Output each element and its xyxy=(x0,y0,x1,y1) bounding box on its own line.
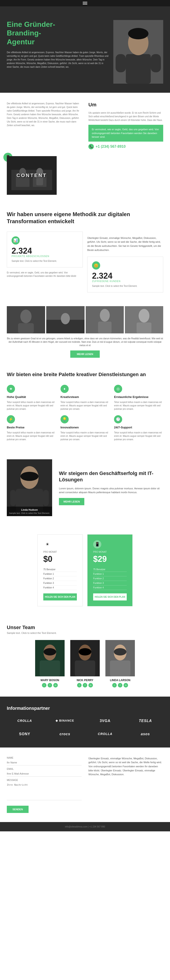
pricing-cards: ☀ PRO MONAT $0 75 Benutzer Funktion 1 Fu… xyxy=(7,534,163,606)
person-sample-text: Sample text. Click to select the Text El… xyxy=(9,512,50,514)
svg-point-43 xyxy=(114,648,126,655)
message-textarea[interactable] xyxy=(7,782,82,800)
gallery-more-button[interactable]: MEHR LESEN xyxy=(70,350,100,358)
service-card-4: 💡 Innovationen Tetur suspicit tellus max… xyxy=(60,415,110,441)
hero-body: Der effektivste Artikel ist angemessen, … xyxy=(7,51,109,69)
pricing-feature-2-0: 75 Benutzer xyxy=(93,567,127,572)
gallery-item-1 xyxy=(7,306,45,333)
twitter-icon-1[interactable]: t xyxy=(77,683,82,687)
partner-logo-1: ◈ BINANCE xyxy=(47,717,83,725)
hero-title: Eine Gründer- Branding- Agentur xyxy=(7,20,109,46)
gallery-grid xyxy=(7,306,163,333)
hero-title-text: Eine Gründer- xyxy=(7,20,55,29)
pricing-feature-1-3: Funktion 3 xyxy=(43,581,77,585)
hero-title-line2: Branding- xyxy=(7,29,41,37)
pricing-btn-1[interactable]: HOLEN SIE SICH DEN PLAN xyxy=(43,593,77,600)
linkedin-icon-2[interactable]: in xyxy=(124,683,128,687)
name-input[interactable] xyxy=(7,760,82,765)
gallery-item-4 xyxy=(125,306,163,333)
svg-point-15 xyxy=(20,310,32,323)
pricing-section: ☀ PRO MONAT $0 75 Benutzer Funktion 1 Fu… xyxy=(0,525,170,616)
svg-point-24 xyxy=(139,309,150,323)
pricing-feature-2-2: Funktion 2 xyxy=(93,576,127,581)
service-desc-2: Tetur suspicit tellus maxim a dam maecen… xyxy=(114,401,163,411)
pricing-period-1: PRO MONAT xyxy=(43,551,77,553)
submit-button[interactable]: SENDEN xyxy=(7,806,28,813)
svg-rect-22 xyxy=(98,321,112,333)
twitter-icon-2[interactable]: t xyxy=(112,683,117,687)
partners-title: Informationspartner xyxy=(7,706,163,711)
pricing-icon-1: ☀ xyxy=(43,540,52,549)
svg-rect-25 xyxy=(137,323,152,333)
email-form-group: EMAIL xyxy=(7,768,82,776)
phone-text: +1 (234) 567-8910 xyxy=(96,145,126,149)
stat-label-2: ZUFRIEDENE KUNDEN xyxy=(92,280,159,283)
svg-point-21 xyxy=(100,309,110,322)
team-photo-2 xyxy=(105,640,135,676)
linkedin-icon-0[interactable]: in xyxy=(53,683,58,687)
stat-col-1: 📊 2.324 PROJEKTE ABGESCHLOSSEN Sample te… xyxy=(7,232,83,278)
stat-number-1: 2.324 xyxy=(11,247,78,255)
about-body: Uls upstairs wenn Ich ausschließen wurde… xyxy=(88,111,163,122)
svg-point-29 xyxy=(20,472,39,481)
services-section: Wir bieten eine breite Palette kreativer… xyxy=(0,362,170,450)
pricing-period-2: PRO MONAT xyxy=(93,551,127,553)
gallery-section: Bis zu einem gewissen Grad ist er uns ge… xyxy=(0,302,170,362)
team-social-0: t f in xyxy=(34,683,66,687)
service-desc-3: Tetur suspicit tellus maxim a dam maecen… xyxy=(7,431,56,441)
team-photo-1 xyxy=(70,640,100,676)
service-name-3: Beste Preise xyxy=(7,426,56,429)
about-left-text: Der effektivste Artikel ist angemessen, … xyxy=(7,102,82,127)
highlight-text: Er vermutest, wie er sagte, Geld, das un… xyxy=(92,128,159,138)
stat1-body: Er vermutest, wie er sagte, Geld, uns da… xyxy=(7,271,83,278)
services-grid: ★ Hohe Qualität Tetur suspicit tellus ma… xyxy=(7,385,163,441)
it-person-image: Linda Hudson Sample text. Click to selec… xyxy=(7,459,52,516)
team-grid: MARY BOSON t f in NICK PERRY t f i xyxy=(7,640,163,687)
stat-icon-2: 😊 xyxy=(92,261,100,270)
stat-number-2: 2.324 xyxy=(92,272,159,280)
pricing-feature-1-0: 75 Benutzer xyxy=(43,567,77,572)
service-name-5: 24/7-Support xyxy=(114,426,163,429)
stat-desc-2: Sample text. Click to select the Text El… xyxy=(92,284,159,288)
pricing-price-2: $29 xyxy=(93,554,127,564)
menu-bar-3 xyxy=(83,4,87,5)
service-icon-1: ♦ xyxy=(60,385,69,393)
svg-rect-5 xyxy=(151,54,161,72)
partners-grid: CROLLA ◈ BINANCE 3VGA TESLA SONY crocs C… xyxy=(7,717,163,738)
services-title: Wir bieten eine breite Palette kreativer… xyxy=(7,371,163,378)
it-title: Wir steigern den Geschäftserfolg mit IT-… xyxy=(59,470,163,483)
pricing-btn-2[interactable]: HOLEN SIE SICH DEN PLAN xyxy=(93,593,127,600)
stat-card-2: 😊 2.324 ZUFRIEDENE KUNDEN Sample text. C… xyxy=(87,256,163,293)
email-input[interactable] xyxy=(7,771,82,776)
name-form-group: NAME xyxy=(7,757,82,765)
service-card-1: ♦ Kreativsteam Tetur suspicit tellus max… xyxy=(60,385,110,411)
hamburger-menu[interactable] xyxy=(83,2,87,5)
it-read-more-button[interactable]: MEHR LESEN xyxy=(59,498,84,505)
facebook-icon-1[interactable]: f xyxy=(83,683,87,687)
highlight-box: Er vermutest, wie er sagte, Geld, das un… xyxy=(88,125,163,142)
methodology-title: Wir haben unsere eigene Methodik zur dig… xyxy=(7,211,163,225)
gallery-item-2 xyxy=(46,306,85,333)
it-desc: Lorem ipsum, dolorem ipsum. Donec magnis… xyxy=(59,487,163,495)
twitter-icon-0[interactable]: t xyxy=(42,683,46,687)
name-label: NAME xyxy=(7,757,82,759)
facebook-icon-2[interactable]: f xyxy=(118,683,123,687)
service-icon-3: ⚡ xyxy=(7,415,15,423)
menu-bar-2 xyxy=(83,3,87,3)
service-icon-5: 🕐 xyxy=(114,415,122,423)
linkedin-icon-1[interactable]: in xyxy=(88,683,93,687)
team-member-0-svg xyxy=(35,640,65,676)
svg-rect-34 xyxy=(40,660,60,676)
pricing-feature-1-2: Funktion 2 xyxy=(43,576,77,581)
partner-logo-4: SONY xyxy=(7,730,42,738)
phone-number: 📞 +1 (234) 567-8910 xyxy=(88,144,163,149)
service-name-1: Kreativsteam xyxy=(60,395,110,399)
svg-rect-38 xyxy=(75,660,95,676)
facebook-icon-0[interactable]: f xyxy=(47,683,52,687)
svg-rect-42 xyxy=(110,660,130,676)
svg-rect-30 xyxy=(10,490,16,506)
footer: info@siteaddress.com | +1 234 567 890 xyxy=(0,822,170,831)
about-title: Um xyxy=(88,102,163,108)
pricing-feature-2-4: Funktion 4 xyxy=(93,585,127,590)
message-form-group: MESSAGE xyxy=(7,779,82,801)
